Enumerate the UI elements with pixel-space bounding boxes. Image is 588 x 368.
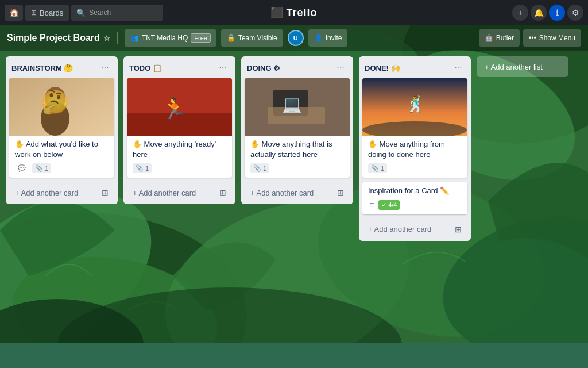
add-list-label: + Add another list [485,63,543,71]
board-content: BRAINSTORM 🤔 ··· 🤔 ✋ Add what you'd like… [0,51,588,368]
divider [117,32,118,44]
board-title: Simple Project Board ☆ [7,33,110,43]
card-d1[interactable]: 💻 ✋ Move anything that is actually start… [245,78,350,178]
butler-button[interactable]: 🤖 Butler [479,29,520,47]
card-image-dn1: 🕺 [362,78,467,136]
list-done: DONE! 🙌 ··· 🕺 ✋ Move anything from doing… [359,56,471,241]
workspace-button[interactable]: 👥 TNT Media HQ Free [125,29,216,47]
board-subbar: Simple Project Board ☆ 👥 TNT Media HQ Fr… [0,25,588,51]
list-title-doing: DOING ⚙ [247,64,280,72]
card-image-d1: 💻 [245,78,350,136]
list-todo: TODO 📋 ··· 🏃 ✋ Move anything 'ready' her… [123,56,235,204]
cards-container-brainstorm: 🤔 ✋ Add what you'd like to work on below… [6,78,118,182]
card-badges-t1: 📎 1 [133,163,226,173]
card-badges-dn1: 📎 1 [368,163,462,173]
attachment-badge: 📎 1 [133,163,152,173]
add-card-button-doing[interactable]: + Add another card ⊞ [245,185,350,201]
add-card-button-todo[interactable]: + Add another card ⊞ [127,185,232,201]
add-card-area-brainstorm: + Add another card ⊞ [6,182,118,204]
card-b1[interactable]: 🤔 ✋ Add what you'd like to work on below… [9,78,114,178]
svg-text:🕺: 🕺 [405,95,425,114]
add-card-area-done: + Add another card ⊞ [359,219,471,241]
attachment-icon: 📎 [136,164,144,172]
svg-text:🤔: 🤔 [41,88,69,116]
search-placeholder: Search [89,9,111,17]
top-navigation-bar: 🏠 ⊞ Boards 🔍 Search ⬛ Trello + 🔔 ℹ ⚙ [0,0,588,25]
search-icon: 🔍 [76,9,86,17]
list-header-done: DONE! 🙌 ··· [359,56,471,78]
card-badges-d1: 📎 1 [250,163,344,173]
list-menu-button-done[interactable]: ··· [451,61,465,75]
card-body-d1: ✋ Move anything that is actually started… [245,136,350,178]
card-t1[interactable]: 🏃 ✋ Move anything 'ready' here📎 1 [127,78,232,178]
add-button[interactable]: + [512,5,528,21]
list-menu-button-todo[interactable]: ··· [216,61,230,75]
card-dn2[interactable]: Inspiration for a Card ✏️≡✓ 4/4 [362,182,467,214]
attachment-badge: 📎 1 [250,163,269,173]
home-button[interactable]: 🏠 [5,5,23,21]
invite-button[interactable]: 👤 Invite [308,29,348,47]
subbar-right-actions: 🤖 Butler ••• Show Menu [479,29,581,47]
card-body-t1: ✋ Move anything 'ready' here📎 1 [127,136,232,178]
add-card-label: + Add another card [250,189,314,197]
card-body-dn1: ✋ Move anything from doing to done here📎… [362,136,467,178]
svg-text:🏃: 🏃 [161,96,187,121]
info-button[interactable]: ℹ [549,5,565,21]
trello-logo: ⬛ Trello [270,6,317,19]
add-card-label: + Add another card [15,189,78,197]
attachment-badge: 📎 1 [32,163,51,173]
add-card-label: + Add another card [133,189,196,197]
list-title-done: DONE! 🙌 [365,64,400,72]
card-body-b1: ✋ Add what you'd like to work on below💬📎… [9,136,114,178]
add-card-label: + Add another card [368,225,431,233]
card-image-t1: 🏃 [127,78,232,136]
add-card-button-brainstorm[interactable]: + Add another card ⊞ [9,185,114,201]
attachment-badge: 📎 1 [368,163,387,173]
attachment-icon: 📎 [35,164,43,172]
star-icon[interactable]: ☆ [103,34,110,43]
svg-text:💻: 💻 [282,95,302,114]
add-card-area-doing: + Add another card ⊞ [241,182,353,204]
list-title-brainstorm: BRAINSTORM 🤔 [11,64,73,72]
invite-icon: 👤 [314,34,323,42]
list-menu-button-brainstorm[interactable]: ··· [98,61,112,75]
top-nav-right: + 🔔 ℹ ⚙ [512,5,583,21]
comment-badge: 💬 [15,163,29,173]
cards-container-todo: 🏃 ✋ Move anything 'ready' here📎 1 [123,78,235,182]
card-template-icon: ⊞ [219,188,226,197]
list-doing: DOING ⚙ ··· 💻 ✋ Move anything that is ac… [241,56,353,204]
comment-icon: 💬 [18,164,26,172]
notification-button[interactable]: 🔔 [531,5,547,21]
list-title-todo: TODO 📋 [129,64,162,72]
settings-button[interactable]: ⚙ [567,5,583,21]
workspace-icon: 👥 [130,34,139,42]
visibility-button[interactable]: 🔒 Team Visible [221,29,283,47]
attachment-icon: 📎 [371,164,379,172]
card-body-dn2: Inspiration for a Card ✏️≡✓ 4/4 [362,182,467,214]
list-header-brainstorm: BRAINSTORM 🤔 ··· [6,56,118,78]
list-header-doing: DOING ⚙ ··· [241,56,353,78]
card-title-dn2: Inspiration for a Card ✏️ [368,186,462,196]
cards-container-doing: 💻 ✋ Move anything that is actually start… [241,78,353,182]
butler-icon: 🤖 [485,34,493,42]
add-card-button-done[interactable]: + Add another card ⊞ [362,221,467,237]
add-list-button[interactable]: + Add another list [477,56,568,77]
card-template-icon: ⊞ [337,188,344,197]
search-bar[interactable]: 🔍 Search [71,5,163,21]
card-title-d1: ✋ Move anything that is actually started… [250,139,344,160]
card-title-dn1: ✋ Move anything from doing to done here [368,139,462,160]
checklist-icon: ✓ [381,201,386,209]
list-menu-button-doing[interactable]: ··· [334,61,347,75]
list-header-todo: TODO 📋 ··· [123,56,235,78]
boards-button[interactable]: ⊞ Boards [25,5,69,21]
card-dn1[interactable]: 🕺 ✋ Move anything from doing to done her… [362,78,467,178]
card-template-icon: ⊞ [455,225,462,234]
show-menu-button[interactable]: ••• Show Menu [523,29,581,47]
trello-icon: ⬛ [270,6,284,19]
card-template-icon: ⊞ [102,188,109,197]
card-title-t1: ✋ Move anything 'ready' here [133,139,226,160]
checklist-badge: ✓ 4/4 [378,200,400,210]
add-card-area-todo: + Add another card ⊞ [123,182,235,204]
description-badge: ≡ [368,200,375,209]
user-avatar[interactable]: U [288,30,304,46]
